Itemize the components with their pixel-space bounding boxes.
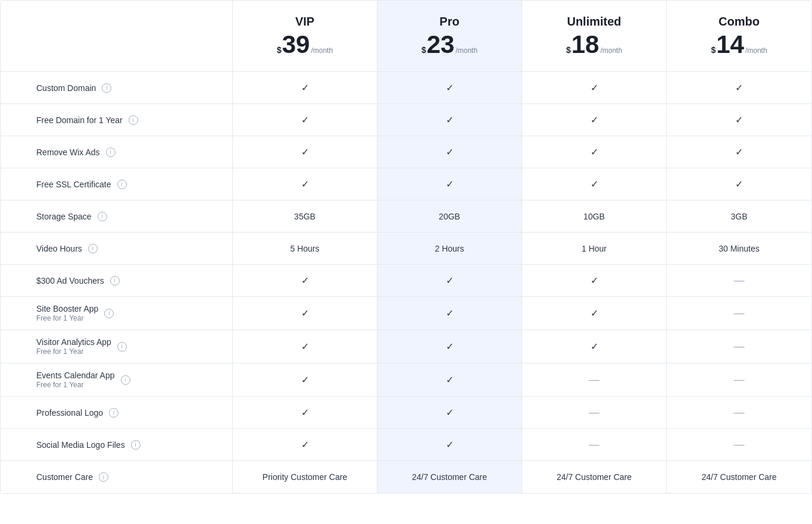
checkmark-0-1: ✓ [446, 82, 454, 93]
info-icon-10[interactable]: i [109, 408, 118, 418]
feature-value-5-1: 2 Hours [377, 233, 522, 264]
feature-label-text-7: Site Booster AppFree for 1 Year [36, 304, 98, 322]
feature-value-9-0: ✓ [233, 363, 377, 396]
feature-row-2: Remove Wix Adsi✓✓✓✓ [1, 136, 811, 168]
feature-value-8-3: — [667, 330, 811, 363]
feature-value-3-1: ✓ [377, 168, 522, 200]
feature-label-main-7: Site Booster App [36, 304, 98, 313]
checkmark-1-3: ✓ [735, 114, 743, 125]
info-icon-3[interactable]: i [117, 180, 127, 189]
feature-label-cell-0: Custom Domaini [1, 72, 233, 103]
plan-currency-unlimited: $ [566, 45, 571, 55]
feature-value-1-2: ✓ [522, 104, 667, 136]
feature-label-cell-2: Remove Wix Adsi [1, 136, 233, 168]
feature-value-2-1: ✓ [377, 136, 522, 168]
plan-currency-vip: $ [277, 45, 282, 55]
feature-row-5: Video Hoursi5 Hours2 Hours1 Hour30 Minut… [1, 233, 811, 265]
feature-value-5-3: 30 Minutes [667, 233, 811, 264]
info-icon-8[interactable]: i [117, 342, 127, 352]
feature-label-main-10: Professional Logo [36, 408, 103, 418]
dash-6-3: — [734, 274, 745, 287]
feature-value-2-0: ✓ [233, 136, 377, 168]
dash-9-3: — [734, 374, 745, 386]
checkmark-10-0: ✓ [301, 407, 309, 418]
checkmark-7-0: ✓ [301, 308, 309, 319]
feature-row-4: Storage Spacei35GB20GB10GB3GB [1, 200, 811, 233]
feature-row-0: Custom Domaini✓✓✓✓ [1, 72, 811, 104]
feature-label-cell-4: Storage Spacei [1, 200, 233, 232]
header-plan-unlimited: Unlimited$18/month [522, 1, 667, 71]
feature-value-3-2: ✓ [522, 168, 667, 200]
feature-value-8-2: ✓ [522, 330, 667, 363]
plan-per-month-pro: /month [455, 46, 477, 55]
feature-value-8-0: ✓ [233, 330, 377, 363]
plan-price-unlimited: $18/month [566, 32, 622, 57]
feature-value-11-2: — [522, 429, 667, 460]
info-icon-2[interactable]: i [106, 148, 115, 157]
feature-label-main-12: Customer Care [36, 472, 93, 482]
feature-label-main-5: Video Hours [36, 244, 82, 253]
checkmark-9-0: ✓ [301, 374, 309, 385]
feature-label-cell-5: Video Hoursi [1, 233, 233, 264]
checkmark-8-2: ✓ [591, 341, 598, 352]
feature-value-1-3: ✓ [667, 104, 811, 136]
dash-7-3: — [734, 307, 745, 319]
checkmark-0-0: ✓ [301, 82, 309, 93]
info-icon-1[interactable]: i [129, 115, 138, 125]
dash-9-2: — [589, 374, 599, 386]
feature-row-1: Free Domain for 1 Yeari✓✓✓✓ [1, 104, 811, 136]
checkmark-2-0: ✓ [301, 146, 309, 158]
checkmark-1-1: ✓ [446, 114, 454, 125]
feature-value-0-1: ✓ [377, 72, 522, 103]
feature-row-3: Free SSL Certificatei✓✓✓✓ [1, 168, 811, 200]
feature-value-4-1: 20GB [377, 200, 522, 232]
pricing-table: VIP$39/monthPro$23/monthUnlimited$18/mon… [0, 0, 812, 494]
info-icon-7[interactable]: i [104, 309, 114, 318]
header-empty-cell [1, 1, 233, 71]
info-icon-9[interactable]: i [121, 375, 130, 385]
feature-value-7-0: ✓ [233, 297, 377, 330]
info-icon-4[interactable]: i [98, 212, 107, 221]
feature-row-6: $300 Ad Vouchersi✓✓✓— [1, 265, 811, 297]
checkmark-1-0: ✓ [301, 114, 309, 125]
feature-value-9-3: — [667, 363, 811, 396]
plan-name-unlimited: Unlimited [567, 15, 621, 29]
feature-label-main-3: Free SSL Certificate [36, 180, 111, 189]
checkmark-2-2: ✓ [591, 146, 598, 158]
value-text-5-3: 30 Minutes [719, 244, 759, 253]
feature-row-11: Social Media Logo Filesi✓✓—— [1, 429, 811, 461]
value-text-12-3: 24/7 Customer Care [701, 472, 776, 482]
info-icon-0[interactable]: i [102, 83, 111, 93]
plan-price-vip: $39/month [277, 32, 333, 57]
dash-8-3: — [734, 340, 745, 353]
checkmark-3-3: ✓ [735, 178, 743, 190]
feature-value-12-0: Priority Customer Care [233, 461, 377, 493]
value-text-5-0: 5 Hours [290, 244, 319, 253]
feature-value-6-3: — [667, 265, 811, 296]
feature-label-main-4: Storage Space [36, 212, 92, 221]
feature-label-sub-9: Free for 1 Year [36, 381, 115, 389]
feature-value-2-3: ✓ [667, 136, 811, 168]
info-icon-6[interactable]: i [110, 276, 120, 285]
info-icon-5[interactable]: i [88, 244, 98, 253]
feature-value-9-2: — [522, 363, 667, 396]
feature-label-cell-1: Free Domain for 1 Yeari [1, 104, 233, 136]
feature-value-6-0: ✓ [233, 265, 377, 296]
checkmark-6-0: ✓ [301, 275, 309, 286]
checkmark-11-1: ✓ [446, 439, 454, 450]
feature-label-cell-11: Social Media Logo Filesi [1, 429, 233, 460]
feature-value-0-2: ✓ [522, 72, 667, 103]
value-text-4-0: 35GB [294, 212, 316, 221]
feature-row-10: Professional Logoi✓✓—— [1, 397, 811, 429]
feature-label-sub-8: Free for 1 Year [36, 347, 111, 356]
plan-currency-combo: $ [711, 45, 716, 55]
feature-label-sub-7: Free for 1 Year [36, 314, 98, 322]
plan-amount-vip: 39 [282, 32, 310, 57]
info-icon-11[interactable]: i [131, 440, 140, 450]
checkmark-2-1: ✓ [446, 146, 454, 158]
feature-label-text-11: Social Media Logo Files [36, 440, 125, 450]
info-icon-12[interactable]: i [99, 472, 108, 482]
plan-per-month-unlimited: /month [600, 46, 622, 55]
feature-value-8-1: ✓ [377, 330, 522, 363]
feature-value-1-1: ✓ [377, 104, 522, 136]
